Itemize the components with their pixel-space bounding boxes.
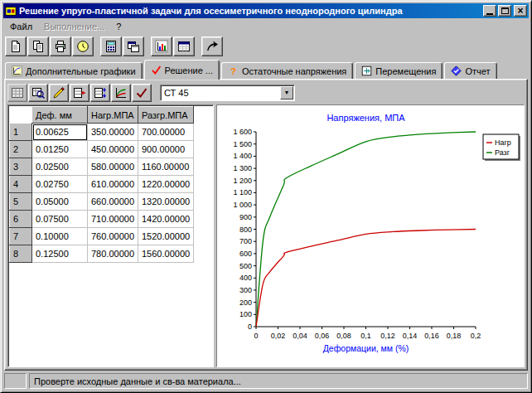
maximize-button[interactable] [498,5,511,17]
status-bar: Проверте исходные данные и св-ва материа… [3,371,529,390]
table-cell[interactable]: 0.05000 [32,193,88,211]
table-cell[interactable]: 1220.00000 [138,176,194,193]
table-cell[interactable]: 780.00000 [88,245,138,263]
row-move-button[interactable] [90,84,110,102]
row-header[interactable]: 5 [10,193,32,211]
row-header[interactable]: 1 [10,124,32,141]
y-tick-label: 1 200 [233,177,252,185]
clock-button[interactable] [72,36,94,56]
row-header[interactable]: 6 [10,211,32,228]
table-row: 50.05000660.000001320.00000 [10,193,194,211]
chart-button[interactable] [151,36,172,56]
menu-item-0[interactable]: Файл [4,20,38,33]
y-tick-label: 500 [239,262,252,270]
tab-1[interactable]: Решение ... [144,60,220,80]
table-cell[interactable]: 1560.00000 [138,245,194,263]
table-cell[interactable]: 0.01250 [32,141,88,158]
minimize-button[interactable] [483,5,496,17]
check-red-icon [151,65,162,75]
table-row: 80.12500780.000001560.00000 [10,245,194,263]
chart-panel: Напряжения, МПА1 6001 5001 4001 3001 200… [216,104,525,367]
minimize-icon [486,13,493,15]
clock-icon [76,40,89,53]
row-header[interactable]: 2 [10,141,32,158]
tab-bar: Дополнительные графикиРешение ...?Остато… [3,59,529,79]
tab-0[interactable]: Дополнительные графики [5,62,143,79]
table-button[interactable] [173,36,195,56]
table-cell[interactable]: 660.00000 [88,193,138,211]
table-cell[interactable]: 0.12500 [32,245,88,263]
tab-2[interactable]: ?Остаточные напряжения [221,62,353,79]
table-cell[interactable]: 0.00625 [32,124,88,141]
toolbar-separator [145,36,151,57]
run-button[interactable] [201,36,223,56]
grid-zoom-button[interactable] [28,84,48,102]
grid-button[interactable] [7,84,27,102]
table-cell[interactable]: 450.00000 [88,141,138,158]
chart-title: Напряжения, МПА [326,113,405,123]
table-cell[interactable]: 0.10000 [32,228,88,245]
table-cell[interactable]: 1160.00000 [138,158,194,176]
mini-chart-button[interactable] [111,84,131,102]
calc-button[interactable] [100,36,122,56]
row-header[interactable]: 4 [10,176,32,193]
y-tick-label: 200 [239,298,252,307]
table-cell[interactable]: 760.00000 [88,228,138,245]
column-header-2[interactable]: Разгр.МПА [138,107,194,124]
row-header[interactable]: 8 [10,245,32,263]
stress-chart: Напряжения, МПА1 6001 5001 4001 3001 200… [217,105,524,366]
copy-doc-button[interactable] [27,36,49,56]
legend-label: Нагр [495,138,511,147]
column-header-0[interactable]: Деф. мм [32,107,88,124]
table-cell[interactable]: 1420.00000 [138,211,194,228]
tab-3[interactable]: Перемещения [355,62,443,79]
y-tick-label: 1 000 [233,201,252,209]
table-cell[interactable]: 700.00000 [138,124,194,141]
menu-item-2[interactable]: ? [110,20,127,33]
new-doc-button[interactable] [5,36,27,56]
row-header[interactable]: 7 [10,228,32,245]
table-cell[interactable]: 900.00000 [138,141,194,158]
row-header[interactable]: 3 [10,158,32,176]
table-cell[interactable]: 1320.00000 [138,193,194,211]
menu-bar: ФайлВыполнение...? [3,18,529,34]
chart-icon [155,40,168,53]
close-icon: × [517,7,523,15]
table-cell[interactable]: 350.00000 [88,124,138,141]
table-corner[interactable] [10,107,32,124]
x-tick-label: 0,18 [447,332,462,340]
cards-button[interactable] [123,36,144,56]
title-bar[interactable]: Решение упруго-пластичной задачи для осе… [3,3,529,18]
y-tick-label: 300 [239,286,252,294]
table-cell[interactable]: 610.00000 [88,176,138,193]
combobox-dropdown-button[interactable]: ▼ [280,86,293,99]
menu-item-1: Выполнение... [38,20,110,33]
table-cell[interactable]: 0.07500 [32,211,88,228]
tab-4[interactable]: Отчет [444,62,496,79]
toolbar-separator [196,36,201,57]
close-button[interactable]: × [514,5,527,17]
y-tick-label: 1 100 [233,188,252,196]
table-cell[interactable]: 580.00000 [88,158,138,176]
content-area: Деф. ммНагр.МПАРазгр.МПА10.00625350.0000… [7,104,525,368]
tab-label: Решение ... [165,66,213,75]
column-header-1[interactable]: Нагр.МПА [88,107,138,124]
report-icon [451,66,462,76]
y-tick-label: 1 500 [233,140,252,148]
print-button[interactable] [50,36,71,56]
data-table: Деф. ммНагр.МПАРазгр.МПА10.00625350.0000… [9,106,194,263]
table-cell[interactable]: 0.02750 [32,176,88,193]
print-icon [54,40,67,53]
svg-text:?: ? [230,66,236,76]
brush-icon [52,86,65,99]
material-combobox[interactable]: СТ 45 ▼ [160,85,295,101]
brush-button[interactable] [49,84,69,102]
check-button[interactable] [132,84,152,102]
tab-label: Дополнительные графики [26,66,136,76]
table-cell[interactable]: 0.02500 [32,158,88,176]
solution-panel: СТ 45 ▼ Деф. ммНагр.МПАРазгр.МПА10.00625… [4,79,528,371]
edit-toolbar: СТ 45 ▼ [7,81,525,104]
row-insert-button[interactable] [70,84,89,102]
table-cell[interactable]: 1520.00000 [138,228,194,245]
table-cell[interactable]: 710.00000 [88,211,138,228]
